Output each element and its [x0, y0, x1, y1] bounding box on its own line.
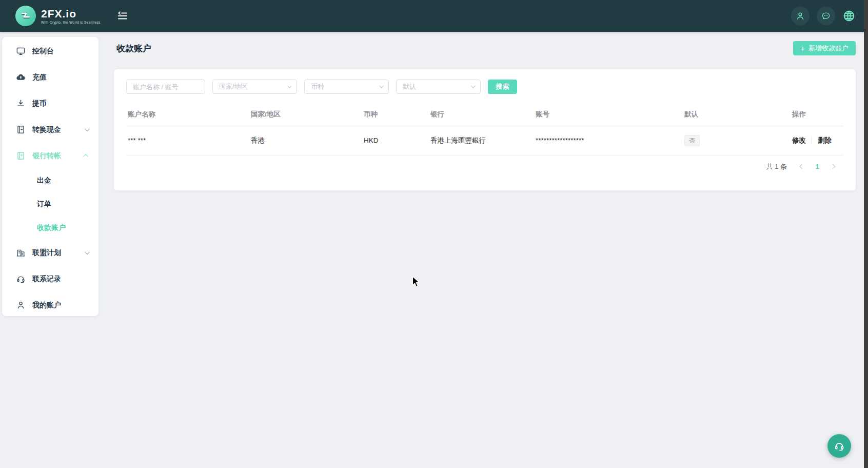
accounts-card: 国家/地区 币种 默认 搜索 账户名称 国家/地区 币 — [114, 69, 856, 190]
sidebar-subitem-receiving-account[interactable]: 收款账户 — [2, 216, 98, 240]
logo[interactable]: 2FX.io With Crypto, the World is Seamles… — [15, 6, 101, 26]
sidebar-item-convert-cash[interactable]: 转换现金 — [2, 116, 98, 143]
sidebar-item-affiliate[interactable]: 联盟计划 — [2, 240, 98, 266]
cell-currency: HKD — [362, 126, 429, 155]
cell-bank: 香港上海匯豐銀行 — [429, 126, 534, 155]
cell-actions: 修改 删除 — [791, 126, 843, 155]
default-select[interactable]: 默认 — [396, 80, 481, 94]
select-placeholder: 币种 — [311, 82, 324, 91]
globe-icon[interactable] — [842, 9, 856, 23]
plus-icon: + — [800, 45, 805, 52]
search-button[interactable]: 搜索 — [488, 80, 517, 94]
col-header-currency: 币种 — [362, 103, 429, 126]
cell-region: 香港 — [249, 126, 362, 155]
logo-tagline: With Crypto, the World is Seamless — [41, 21, 101, 24]
sidebar-item-bank-transfer[interactable]: 银行转帐 — [2, 143, 98, 169]
sidebar-item-label: 控制台 — [32, 47, 54, 56]
sidebar-item-dashboard[interactable]: 控制台 — [2, 38, 98, 64]
document-icon — [16, 151, 26, 161]
accounts-table: 账户名称 国家/地区 币种 银行 账号 默认 操作 *** *** 香港 HKD… — [126, 103, 843, 155]
col-header-account-no: 账号 — [534, 103, 683, 126]
scrollbar-track[interactable] — [864, 0, 868, 468]
sidebar-subitem-label: 订单 — [37, 200, 51, 209]
chevron-down-icon — [287, 84, 291, 88]
currency-select[interactable]: 币种 — [304, 80, 389, 94]
chevron-down-icon — [471, 84, 475, 88]
chevron-up-icon — [83, 154, 88, 159]
main-content: 收款账户 + 新增收款账户 国家/地区 币种 默认 搜索 — [98, 32, 864, 468]
add-receiving-account-button[interactable]: + 新增收款账户 — [793, 41, 856, 55]
chat-icon[interactable] — [817, 7, 835, 25]
sidebar-item-label: 联盟计划 — [32, 248, 61, 258]
sidebar-subitem-label: 出金 — [37, 176, 51, 185]
sidebar-item-my-account[interactable]: 我的账户 — [2, 292, 98, 318]
country-region-select[interactable]: 国家/地区 — [212, 80, 297, 94]
pagination-total: 共 1 条 — [766, 162, 787, 171]
sidebar-nav: 控制台 充值 提币 转换现金 银行转帐 出金 订单 收款账户 — [2, 37, 98, 316]
chevron-down-icon — [85, 249, 90, 255]
table-row: *** *** 香港 HKD 香港上海匯豐銀行 ****************… — [126, 126, 843, 155]
support-headset-button[interactable] — [827, 434, 851, 458]
sidebar-item-label: 银行转帐 — [32, 151, 61, 161]
logo-text: 2FX.io With Crypto, the World is Seamles… — [41, 8, 101, 24]
col-header-account-name: 账户名称 — [126, 103, 249, 126]
col-header-bank: 银行 — [429, 103, 534, 126]
chevron-down-icon — [379, 84, 383, 88]
building-icon — [16, 248, 26, 258]
headset-icon — [16, 274, 26, 284]
cloud-upload-icon — [16, 72, 26, 82]
user-icon — [16, 300, 26, 310]
cell-account-name: *** *** — [126, 126, 249, 155]
app-header: 2FX.io With Crypto, the World is Seamles… — [0, 0, 868, 32]
next-page-button[interactable] — [825, 165, 840, 168]
sidebar-item-deposit[interactable]: 充值 — [2, 64, 98, 90]
sidebar-item-label: 提币 — [32, 99, 47, 108]
sidebar-subitem-label: 收款账户 — [37, 223, 66, 232]
chevron-down-icon — [85, 126, 90, 131]
modify-link[interactable]: 修改 — [792, 136, 806, 145]
sidebar-item-label: 我的账户 — [32, 301, 61, 310]
user-account-icon[interactable] — [791, 7, 810, 25]
headset-icon — [834, 440, 845, 452]
sidebar-item-withdraw-coin[interactable]: 提币 — [2, 90, 98, 116]
page-title: 收款账户 — [116, 43, 151, 54]
select-placeholder: 默认 — [403, 82, 416, 91]
table-header-row: 账户名称 国家/地区 币种 银行 账号 默认 操作 — [126, 103, 843, 126]
delete-link[interactable]: 删除 — [818, 136, 832, 145]
action-divider — [812, 137, 812, 144]
menu-fold-icon[interactable] — [117, 10, 128, 22]
sidebar-item-contact-records[interactable]: 联系记录 — [2, 266, 98, 292]
cell-account-no: ****************** — [534, 126, 683, 155]
logo-title: 2FX.io — [41, 8, 101, 20]
default-status-badge: 否 — [684, 135, 700, 146]
add-button-label: 新增收款账户 — [808, 44, 849, 53]
logo-icon — [15, 6, 36, 26]
select-placeholder: 国家/地区 — [219, 82, 248, 91]
page-number-1[interactable]: 1 — [810, 163, 825, 170]
document-icon — [16, 125, 26, 134]
col-header-actions: 操作 — [791, 103, 843, 126]
col-header-region: 国家/地区 — [249, 103, 362, 126]
sidebar-subitem-orders[interactable]: 订单 — [2, 192, 98, 216]
col-header-default: 默认 — [683, 103, 791, 126]
pagination: 共 1 条 1 — [126, 162, 843, 171]
download-icon — [16, 99, 26, 108]
sidebar-item-label: 联系记录 — [32, 275, 61, 284]
monitor-icon — [16, 46, 26, 56]
sidebar-subitem-withdrawal[interactable]: 出金 — [2, 169, 98, 192]
prev-page-button[interactable] — [794, 165, 810, 168]
sidebar-item-label: 转换现金 — [32, 125, 61, 134]
sidebar-item-label: 充值 — [32, 73, 47, 82]
account-search-input[interactable] — [126, 80, 205, 94]
cell-default: 否 — [683, 126, 791, 155]
